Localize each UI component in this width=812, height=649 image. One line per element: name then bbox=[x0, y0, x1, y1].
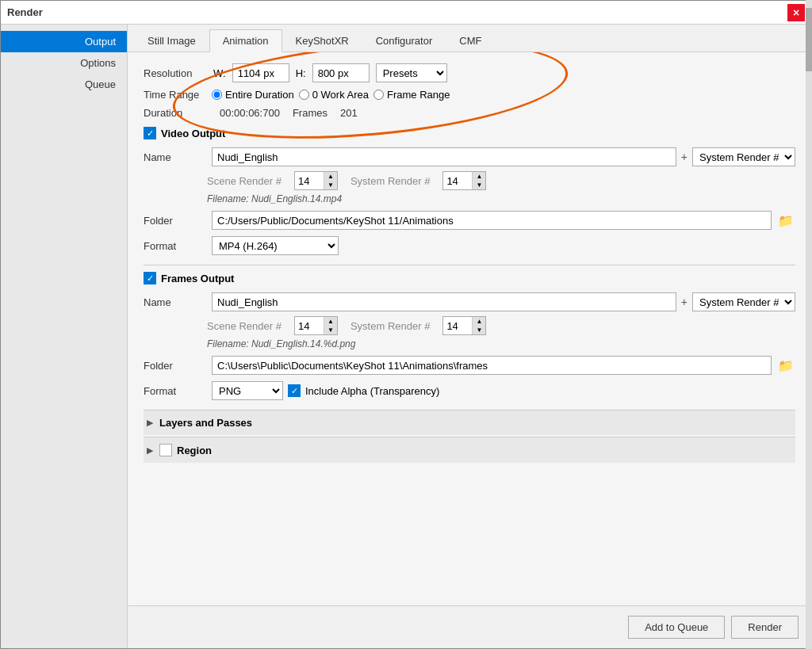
tab-animation[interactable]: Animation bbox=[209, 29, 282, 52]
frames-system-render-label2: System Render # bbox=[350, 320, 430, 332]
bottom-bar: Add to Queue Render bbox=[128, 605, 811, 648]
frames-name-row: Name + System Render # bbox=[144, 292, 795, 311]
frames-system-render-up[interactable]: ▲ bbox=[473, 317, 485, 326]
frames-system-render-select[interactable]: System Render # bbox=[692, 292, 795, 311]
frames-value: 201 bbox=[340, 107, 358, 119]
tab-still-image[interactable]: Still Image bbox=[134, 29, 209, 52]
frames-folder-label: Folder bbox=[144, 360, 207, 372]
frames-format-label: Format bbox=[144, 385, 207, 397]
frames-folder-row: Folder 📁 bbox=[144, 356, 795, 375]
frames-scene-render-down[interactable]: ▼ bbox=[324, 326, 337, 334]
main-content: Output Options Queue Still Image Animati… bbox=[1, 25, 811, 648]
frames-label: Frames bbox=[293, 107, 327, 119]
video-format-select[interactable]: MP4 (H.264) bbox=[212, 236, 339, 255]
duration-row: Duration 00:00:06:700 Frames 201 bbox=[144, 107, 795, 119]
region-checkbox[interactable] bbox=[159, 444, 172, 456]
sidebar-item-options[interactable]: Options bbox=[1, 52, 127, 74]
scrollbar-thumb[interactable] bbox=[806, 25, 811, 71]
system-render-down[interactable]: ▼ bbox=[473, 181, 485, 189]
radio-frame-range[interactable]: Frame Range bbox=[373, 89, 450, 101]
tab-configurator[interactable]: Configurator bbox=[362, 29, 446, 52]
frames-folder-input[interactable] bbox=[212, 356, 772, 375]
region-row[interactable]: ▶ Region bbox=[144, 437, 795, 463]
video-sub-row: Scene Render # ▲ ▼ System Render # ▲ bbox=[207, 171, 795, 190]
duration-value: 00:00:06:700 bbox=[220, 107, 280, 119]
region-chevron: ▶ bbox=[147, 445, 153, 456]
video-system-render-spinner[interactable]: ▲ ▼ bbox=[442, 171, 486, 190]
height-input[interactable] bbox=[312, 63, 370, 82]
video-scene-render-label: Scene Render # bbox=[207, 175, 282, 187]
tab-cmf[interactable]: CMF bbox=[446, 29, 495, 52]
frames-output-header: ✓ Frames Output bbox=[144, 272, 795, 284]
animation-panel: Resolution W: H: Presets Time Range Enti… bbox=[128, 52, 811, 605]
include-alpha-label: Include Alpha (Transparency) bbox=[305, 385, 439, 397]
add-to-queue-button[interactable]: Add to Queue bbox=[628, 616, 725, 639]
frames-output-checkbox[interactable]: ✓ bbox=[144, 272, 156, 284]
frames-filename: Filename: Nudi_English.14.%d.png bbox=[207, 338, 795, 349]
layers-passes-chevron: ▶ bbox=[147, 418, 153, 428]
width-input[interactable] bbox=[232, 63, 289, 82]
content-area: Still Image Animation KeyShotXR Configur… bbox=[128, 25, 811, 648]
video-filename: Filename: Nudi_English.14.mp4 bbox=[207, 193, 795, 204]
video-output-header: ✓ Video Output bbox=[144, 127, 795, 139]
video-folder-input[interactable] bbox=[212, 211, 772, 230]
time-range-row: Time Range Entire Duration 0 Work Area F… bbox=[144, 89, 795, 101]
frames-output-label: Frames Output bbox=[161, 273, 234, 284]
window-title: Render bbox=[7, 6, 43, 18]
video-name-row: Name + System Render # bbox=[144, 147, 795, 166]
frames-folder-browse[interactable]: 📁 bbox=[776, 357, 795, 375]
region-label: Region bbox=[177, 445, 212, 456]
duration-label: Duration bbox=[144, 107, 207, 119]
scrollbar[interactable] bbox=[806, 25, 811, 648]
presets-select[interactable]: Presets bbox=[376, 63, 447, 82]
frames-scene-render-up[interactable]: ▲ bbox=[324, 317, 337, 326]
video-output-checkbox[interactable]: ✓ bbox=[144, 127, 156, 139]
sidebar-item-queue[interactable]: Queue bbox=[1, 74, 127, 95]
tabs-bar: Still Image Animation KeyShotXR Configur… bbox=[128, 25, 811, 52]
video-output-label: Video Output bbox=[161, 128, 225, 139]
w-label: W: bbox=[213, 67, 226, 79]
frames-format-select[interactable]: PNG bbox=[212, 381, 283, 400]
render-window: Render × Output Options Queue Still Imag… bbox=[0, 0, 812, 649]
video-folder-row: Folder 📁 bbox=[144, 211, 795, 230]
title-bar: Render × bbox=[1, 1, 811, 25]
frames-system-render-down[interactable]: ▼ bbox=[473, 326, 485, 334]
tab-keyshotxr[interactable]: KeyShotXR bbox=[282, 29, 362, 52]
video-folder-label: Folder bbox=[144, 215, 207, 227]
video-format-label: Format bbox=[144, 240, 207, 252]
video-system-render-select[interactable]: System Render # bbox=[692, 147, 795, 166]
resolution-label: Resolution bbox=[144, 67, 207, 79]
video-system-render-label: System Render # bbox=[350, 175, 430, 187]
radio-work-area[interactable]: 0 Work Area bbox=[299, 89, 369, 101]
scene-render-up[interactable]: ▲ bbox=[324, 172, 337, 181]
sidebar: Output Options Queue bbox=[1, 25, 128, 648]
h-label: H: bbox=[296, 67, 306, 79]
radio-entire-duration[interactable]: Entire Duration bbox=[212, 89, 294, 101]
frames-plus-label: + bbox=[681, 296, 688, 308]
sidebar-item-output[interactable]: Output bbox=[1, 31, 127, 52]
video-plus-label: + bbox=[681, 151, 688, 163]
include-alpha-checkbox[interactable]: ✓ bbox=[288, 384, 301, 397]
video-name-input[interactable] bbox=[212, 147, 676, 166]
time-range-label: Time Range bbox=[144, 89, 207, 101]
video-name-label: Name bbox=[144, 151, 207, 163]
frames-scene-render-spinner[interactable]: ▲ ▼ bbox=[294, 316, 338, 335]
scene-render-down[interactable]: ▼ bbox=[324, 181, 337, 189]
resolution-row: Resolution W: H: Presets bbox=[144, 63, 795, 82]
layers-passes-row[interactable]: ▶ Layers and Passes bbox=[144, 410, 795, 435]
frames-format-row: Format PNG ✓ Include Alpha (Transparency… bbox=[144, 381, 795, 400]
layers-passes-label: Layers and Passes bbox=[159, 417, 252, 429]
frames-sub-row: Scene Render # ▲ ▼ System Render # ▲ bbox=[207, 316, 795, 335]
frames-scene-render-label: Scene Render # bbox=[207, 320, 282, 332]
frames-system-render-spinner[interactable]: ▲ ▼ bbox=[442, 316, 486, 335]
close-button[interactable]: × bbox=[787, 4, 805, 21]
system-render-up[interactable]: ▲ bbox=[473, 172, 485, 181]
video-scene-render-spinner[interactable]: ▲ ▼ bbox=[294, 171, 338, 190]
video-folder-browse[interactable]: 📁 bbox=[776, 212, 795, 230]
video-format-row: Format MP4 (H.264) bbox=[144, 236, 795, 255]
frames-name-label: Name bbox=[144, 296, 207, 308]
frames-name-input[interactable] bbox=[212, 292, 676, 311]
render-button[interactable]: Render bbox=[731, 616, 799, 639]
